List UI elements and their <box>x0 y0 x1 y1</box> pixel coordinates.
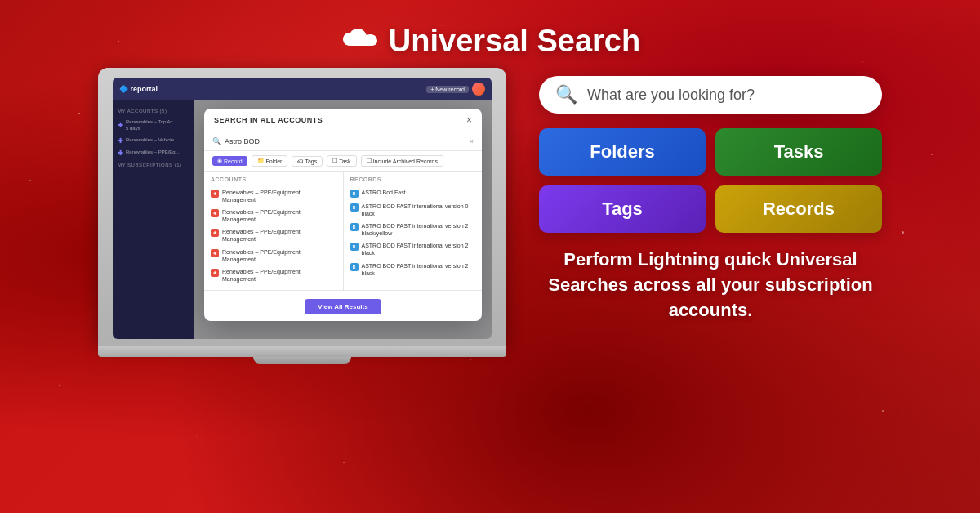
filter-task-icon: ☐ <box>332 158 337 164</box>
records-column: RECORDS B ASTRO Bod Fast B <box>344 172 483 290</box>
record-icon-5: B <box>350 263 359 271</box>
record-text-4: ASTRO BOD FAST international version 2 b… <box>362 242 476 256</box>
sidebar-section-subscriptions: MY SUBSCRIPTIONS (1) <box>113 159 194 171</box>
account-item-5[interactable]: ✚ Renewables – PPE/Equipment Management <box>211 265 336 285</box>
description-text: Perform Lightning quick Universal Search… <box>539 248 882 323</box>
accounts-column: ACCOUNTS ✚ Renewables – PPE/Equipment Ma… <box>204 172 344 290</box>
record-icon-3: B <box>350 223 359 231</box>
sidebar-item-text-3: Renewables – PPE/Eq... <box>126 149 180 156</box>
laptop-base <box>98 346 506 357</box>
record-text-1: ASTRO Bod Fast <box>362 189 406 196</box>
modal-search-bar: 🔍 Astro BOD × <box>204 132 482 151</box>
laptop-container: 🔷 reportal + New record MY AC <box>98 68 506 364</box>
app-layout: MY ACCOUNTS (5) ✚ Renewables – Top Ac...… <box>113 100 492 339</box>
sidebar-item-2[interactable]: ✚ Renewables – Vehicle... <box>113 135 194 147</box>
filter-folder[interactable]: 📁 Folder <box>252 155 288 167</box>
modal-search-clear[interactable]: × <box>470 137 474 145</box>
laptop-screen: 🔷 reportal + New record MY AC <box>113 78 492 339</box>
cloud-icon <box>340 23 379 60</box>
account-icon-3: ✚ <box>211 229 219 237</box>
app-topbar: 🔷 reportal + New record <box>113 78 492 100</box>
filter-archived-checkbox: ☐ <box>367 158 372 164</box>
account-item-1[interactable]: ✚ Renewables – PPE/Equipment Management <box>211 186 336 206</box>
record-text-3: ASTRO BOD FAST international version 2 b… <box>362 222 476 237</box>
app-sidebar: MY ACCOUNTS (5) ✚ Renewables – Top Ac...… <box>113 100 194 339</box>
filter-tags[interactable]: 🏷 Tags <box>292 156 323 167</box>
account-text-5: Renewables – PPE/Equipment Management <box>222 268 301 283</box>
modal-footer: View All Results <box>204 290 482 321</box>
account-item-3[interactable]: ✚ Renewables – PPE/Equipment Management <box>211 225 336 245</box>
filter-record[interactable]: ◉ Record <box>212 156 247 166</box>
account-item-4[interactable]: ✚ Renewables – PPE/Equipment Management <box>211 246 336 265</box>
app-screen: 🔷 reportal + New record MY AC <box>113 78 492 339</box>
accounts-col-header: ACCOUNTS <box>211 176 336 182</box>
search-modal: SEARCH IN ALL ACCOUNTS × 🔍 Astro BOD × <box>204 109 482 321</box>
filter-record-icon: ◉ <box>217 158 222 164</box>
page-title: Universal Search <box>340 23 640 60</box>
folders-button[interactable]: Folders <box>539 128 706 176</box>
sidebar-cross-icon-3: ✚ <box>118 149 123 157</box>
modal-close-button[interactable]: × <box>466 115 472 125</box>
record-item-1[interactable]: B ASTRO Bod Fast <box>350 186 476 200</box>
search-placeholder-text: What are you looking for? <box>587 87 755 104</box>
filter-archived[interactable]: ☐ Include Archived Records <box>361 155 443 167</box>
record-text-2: ASTRO BOD FAST international version 0 b… <box>362 203 476 217</box>
modal-header: SEARCH IN ALL ACCOUNTS × <box>204 109 482 132</box>
main-layout: 🔷 reportal + New record MY AC <box>0 76 980 364</box>
modal-filters: ◉ Record 📁 Folder <box>204 151 482 172</box>
record-icon-2: B <box>350 203 359 212</box>
sidebar-item-3[interactable]: ✚ Renewables – PPE/Eq... <box>113 147 194 159</box>
right-panel: 🔍 What are you looking for? Folders Task… <box>539 76 882 323</box>
search-icon: 🔍 <box>555 84 577 105</box>
account-text-2: Renewables – PPE/Equipment Management <box>222 208 301 223</box>
account-item-2[interactable]: ✚ Renewables – PPE/Equipment Management <box>211 206 336 225</box>
account-icon-2: ✚ <box>211 209 219 217</box>
app-logo: 🔷 reportal <box>119 85 158 93</box>
laptop-screen-border: 🔷 reportal + New record MY AC <box>98 68 506 346</box>
modal-search-input[interactable]: Astro BOD <box>225 137 466 145</box>
record-item-3[interactable]: B ASTRO BOD FAST international version 2… <box>350 220 476 239</box>
modal-results: ACCOUNTS ✚ Renewables – PPE/Equipment Ma… <box>204 172 482 290</box>
tags-button[interactable]: Tags <box>539 185 706 233</box>
account-text-1: Renewables – PPE/Equipment Management <box>222 189 301 203</box>
account-icon-1: ✚ <box>211 190 219 198</box>
feature-grid: Folders Tasks Tags Records <box>539 128 882 233</box>
sidebar-cross-icon-2: ✚ <box>118 137 123 145</box>
records-button[interactable]: Records <box>715 185 882 233</box>
sidebar-cross-icon-1: ✚ <box>118 122 123 129</box>
header: Universal Search <box>0 0 980 76</box>
record-item-2[interactable]: B ASTRO BOD FAST international version 0… <box>350 200 476 220</box>
modal-overlay: SEARCH IN ALL ACCOUNTS × 🔍 Astro BOD × <box>194 100 492 339</box>
sidebar-item-text-1: Renewables – Top Ac... <box>126 119 177 126</box>
record-text-5: ASTRO BOD FAST international version 2 b… <box>362 262 476 277</box>
user-avatar[interactable] <box>472 83 485 96</box>
tasks-button[interactable]: Tasks <box>715 128 882 176</box>
record-icon-4: B <box>350 243 359 251</box>
sidebar-item-subtext-1: 5 days <box>126 126 177 132</box>
account-icon-4: ✚ <box>211 249 219 257</box>
filter-folder-icon: 📁 <box>257 158 265 164</box>
search-bar[interactable]: 🔍 What are you looking for? <box>539 76 882 114</box>
topbar-btn-1[interactable]: + New record <box>426 86 469 93</box>
modal-title: SEARCH IN ALL ACCOUNTS <box>214 116 323 124</box>
app-main-content: SEARCH IN ALL ACCOUNTS × 🔍 Astro BOD × <box>194 100 492 339</box>
records-col-header: RECORDS <box>350 176 476 182</box>
laptop-stand <box>253 357 351 364</box>
record-item-5[interactable]: B ASTRO BOD FAST international version 2… <box>350 260 476 279</box>
record-icon-1: B <box>350 190 359 198</box>
record-item-4[interactable]: B ASTRO BOD FAST international version 2… <box>350 239 476 259</box>
sidebar-item-1[interactable]: ✚ Renewables – Top Ac... 5 days <box>113 117 194 135</box>
sidebar-item-text-2: Renewables – Vehicle... <box>126 137 178 144</box>
laptop: 🔷 reportal + New record MY AC <box>98 68 506 364</box>
account-text-3: Renewables – PPE/Equipment Management <box>222 228 301 243</box>
account-icon-5: ✚ <box>211 269 219 277</box>
account-text-4: Renewables – PPE/Equipment Management <box>222 248 301 263</box>
page-content: Universal Search 🔷 reportal + New record <box>0 0 980 513</box>
modal-search-icon: 🔍 <box>212 137 221 145</box>
filter-tags-icon: 🏷 <box>297 158 303 164</box>
view-all-button[interactable]: View All Results <box>305 299 381 314</box>
app-topbar-right: + New record <box>426 83 485 96</box>
sidebar-section-accounts: MY ACCOUNTS (5) <box>113 105 194 117</box>
filter-task[interactable]: ☐ Task <box>327 155 356 167</box>
